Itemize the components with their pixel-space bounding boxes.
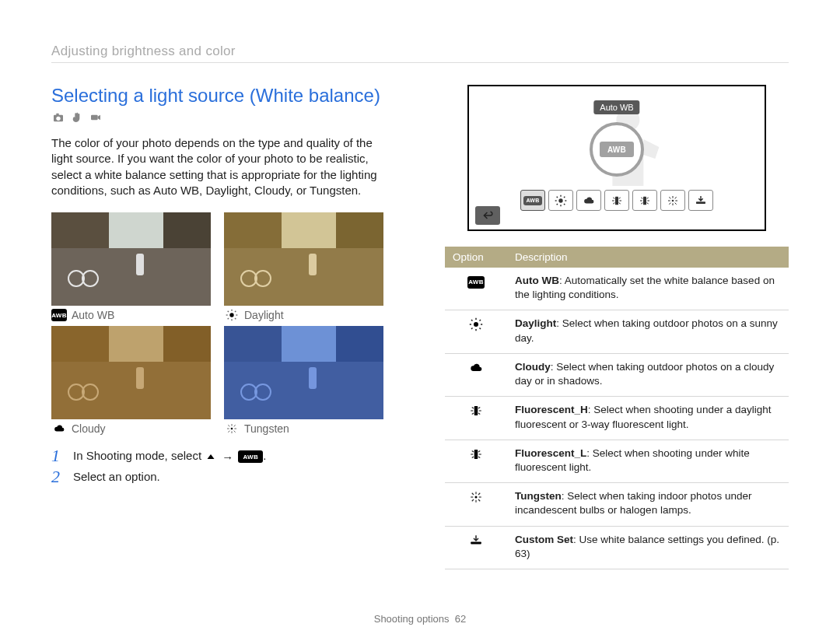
- wb-option-row: AWB: [520, 190, 713, 211]
- option-desc-cell: Daylight: Select when taking outdoor pho…: [507, 310, 789, 353]
- up-triangle-icon: [205, 452, 217, 461]
- sample-grid: AWB Auto WB Daylight: [51, 212, 386, 435]
- wb-opt-fluor-h[interactable]: [604, 190, 629, 211]
- selected-wb-indicator: AWB: [590, 122, 644, 177]
- table-row: Tungsten: Select when taking indoor phot…: [445, 483, 789, 526]
- fluor_l-icon: [467, 447, 485, 462]
- awb-icon: AWB: [467, 275, 485, 290]
- table-row: AWBAuto WB: Automatically set the white …: [445, 268, 789, 310]
- daylight-icon: [467, 317, 485, 332]
- wb-opt-auto[interactable]: AWB: [520, 190, 545, 211]
- camera-mode-icon: [51, 111, 65, 124]
- table-row: Cloudy: Select when taking outdoor photo…: [445, 353, 789, 396]
- camera-screen-preview: Auto WB AWB AWB: [467, 85, 766, 231]
- option-desc-cell: Fluorescent_L: Select when shooting unde…: [507, 440, 789, 482]
- option-desc-cell: Custom Set: Use white balance settings y…: [507, 526, 789, 569]
- option-icon-cell: [445, 353, 507, 396]
- sample-tungsten: [224, 326, 383, 419]
- table-row: Fluorescent_H: Select when shooting unde…: [445, 397, 789, 440]
- option-desc-cell: Tungsten: Select when taking indoor phot…: [507, 483, 789, 526]
- wb-opt-tungsten[interactable]: [660, 190, 685, 211]
- option-icon-cell: [445, 310, 507, 353]
- awb-icon: AWB: [238, 450, 263, 463]
- video-mode-icon: [89, 111, 103, 124]
- scene-mode-icon: [70, 111, 84, 124]
- sample-cloudy: [51, 326, 211, 419]
- th-option: Option: [445, 247, 507, 268]
- mode-icons: [51, 111, 386, 124]
- sample-label: Cloudy: [72, 422, 106, 435]
- tungsten-icon: [467, 489, 485, 505]
- options-table: Option Description AWBAuto WB: Automatic…: [445, 247, 789, 569]
- th-description: Description: [507, 247, 789, 268]
- sample-label: Auto WB: [72, 309, 114, 321]
- tooltip-auto-wb: Auto WB: [593, 100, 639, 114]
- wb-opt-custom[interactable]: [688, 190, 713, 211]
- wb-opt-fluor-l[interactable]: [632, 190, 657, 211]
- arrow-text: →: [222, 450, 233, 464]
- page-footer: Shooting options 62: [0, 613, 840, 625]
- tungsten-icon: [224, 423, 240, 434]
- option-desc-cell: Auto WB: Automatically set the white bal…: [507, 268, 789, 310]
- option-desc-cell: Fluorescent_H: Select when shooting unde…: [507, 397, 789, 440]
- daylight-icon: [224, 310, 240, 321]
- horizontal-rule: [51, 62, 789, 63]
- back-button[interactable]: [475, 206, 500, 225]
- step-2: Select an option.: [51, 470, 386, 483]
- fluor_h-icon: [467, 403, 485, 419]
- sample-label: Tungsten: [244, 422, 289, 435]
- section-title: Selecting a light source (White balance): [51, 85, 386, 107]
- cloudy-icon: [51, 423, 67, 434]
- intro-paragraph: The color of your photo depends on the t…: [51, 135, 386, 198]
- custom-icon: [467, 533, 485, 548]
- cloudy-icon: [467, 360, 485, 376]
- option-icon-cell: [445, 440, 507, 482]
- table-row: Fluorescent_L: Select when shooting unde…: [445, 440, 789, 482]
- sample-daylight: [224, 212, 383, 306]
- steps-list: In Shooting mode, select → AWB . Select …: [51, 449, 386, 483]
- option-desc-cell: Cloudy: Select when taking outdoor photo…: [507, 353, 789, 396]
- option-icon-cell: AWB: [445, 268, 507, 310]
- sample-label: Daylight: [244, 309, 284, 321]
- option-icon-cell: [445, 397, 507, 440]
- table-row: Daylight: Select when taking outdoor pho…: [445, 310, 789, 353]
- breadcrumb: Adjusting brightness and color: [51, 44, 789, 59]
- table-row: Custom Set: Use white balance settings y…: [445, 526, 789, 569]
- step-1: In Shooting mode, select → AWB .: [51, 449, 386, 464]
- sample-auto-wb: [51, 212, 211, 306]
- wb-opt-cloudy[interactable]: [576, 190, 601, 211]
- option-icon-cell: [445, 483, 507, 526]
- awb-icon: AWB: [51, 310, 67, 321]
- option-icon-cell: [445, 526, 507, 569]
- wb-opt-daylight[interactable]: [548, 190, 573, 211]
